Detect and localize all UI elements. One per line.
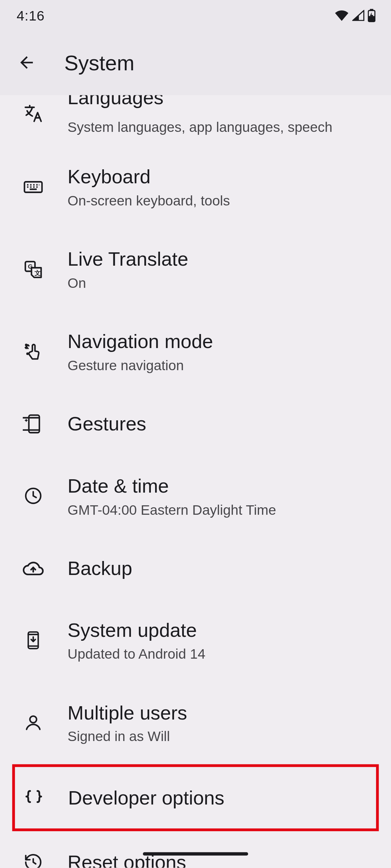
- person-icon: [21, 713, 46, 733]
- svg-point-26: [30, 716, 36, 722]
- row-subtitle: On: [67, 275, 188, 292]
- phone-sparkle-icon: [21, 413, 46, 434]
- svg-rect-3: [24, 182, 42, 192]
- arrow-back-icon: [17, 53, 36, 73]
- row-subtitle: Updated to Android 14: [67, 645, 205, 662]
- row-multiple-users[interactable]: Multiple users Signed in as Will: [0, 681, 391, 764]
- status-bar: 4:16: [0, 0, 391, 31]
- row-subtitle: Signed in as Will: [67, 728, 187, 745]
- row-title: Developer options: [68, 786, 224, 810]
- svg-point-17: [26, 344, 27, 345]
- navigation-pill[interactable]: [143, 852, 248, 856]
- row-developer-options[interactable]: Developer options: [12, 764, 379, 831]
- system-update-icon: [21, 630, 46, 650]
- page-title: System: [64, 51, 134, 75]
- row-navigation-mode[interactable]: Navigation mode Gesture navigation: [0, 311, 391, 393]
- row-title: Live Translate: [67, 247, 188, 271]
- back-button[interactable]: [6, 43, 46, 83]
- row-title: Multiple users: [67, 700, 187, 724]
- row-title: Keyboard: [67, 164, 230, 188]
- braces-icon: [22, 786, 46, 809]
- row-title: Navigation mode: [67, 329, 213, 353]
- cellular-icon: [352, 10, 364, 21]
- row-title: System update: [67, 618, 205, 642]
- row-live-translate[interactable]: G 文 Live Translate On: [0, 228, 391, 310]
- svg-text:G: G: [28, 263, 33, 270]
- swipe-icon: [21, 341, 46, 362]
- row-title: Backup: [67, 556, 132, 580]
- translate-icon: [21, 102, 46, 124]
- row-reset-options[interactable]: Reset options: [0, 831, 391, 868]
- row-title: Gestures: [67, 412, 146, 436]
- status-time: 4:16: [17, 7, 45, 24]
- svg-rect-1: [370, 9, 373, 10]
- app-bar: System: [0, 31, 391, 95]
- keyboard-icon: [21, 176, 46, 197]
- clock-icon: [21, 486, 46, 506]
- wifi-icon: [335, 10, 349, 21]
- row-languages[interactable]: Languages System languages, app language…: [0, 91, 391, 146]
- row-subtitle: Gesture navigation: [67, 357, 213, 374]
- row-subtitle: GMT-04:00 Eastern Daylight Time: [67, 501, 276, 518]
- row-subtitle: On-screen keyboard, tools: [67, 192, 230, 209]
- history-icon: [21, 852, 46, 868]
- row-date-time[interactable]: Date & time GMT-04:00 Eastern Daylight T…: [0, 455, 391, 537]
- cloud-upload-icon: [21, 558, 46, 579]
- svg-point-18: [27, 353, 28, 354]
- row-title: Date & time: [67, 474, 276, 498]
- row-system-update[interactable]: System update Updated to Android 14: [0, 599, 391, 681]
- status-icons: [335, 9, 376, 22]
- live-translate-icon: G 文: [21, 259, 46, 280]
- settings-list[interactable]: Languages System languages, app language…: [0, 91, 391, 868]
- svg-text:文: 文: [34, 269, 41, 276]
- battery-icon: [368, 9, 376, 22]
- row-backup[interactable]: Backup: [0, 537, 391, 599]
- row-subtitle: System languages, app languages, speech: [67, 118, 332, 135]
- row-gestures[interactable]: Gestures: [0, 393, 391, 455]
- row-keyboard[interactable]: Keyboard On-screen keyboard, tools: [0, 146, 391, 228]
